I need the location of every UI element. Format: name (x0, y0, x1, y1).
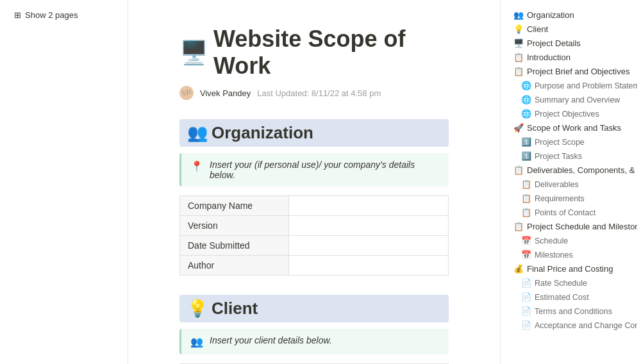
sidebar-client-label: Client (527, 24, 548, 34)
page-title: 🖥️ Website Scope of Work (179, 26, 449, 79)
client-section: 💡 Client 👥 Insert your client details be… (179, 295, 449, 364)
sidebar-project-brief-label: Project Brief and Objectives (527, 67, 629, 76)
client-callout: 👥 Insert your client details below. (179, 329, 449, 354)
left-panel: ⊞ Show 2 pages (0, 0, 128, 364)
sidebar-item-schedule-sub[interactable]: 📅 Schedule (504, 234, 637, 247)
sidebar-item-organization[interactable]: 👥 Organization (504, 8, 637, 22)
organization-heading-text: Organization (212, 123, 313, 143)
sidebar-item-final-price[interactable]: 💰 Final Price and Costing (504, 262, 637, 276)
sidebar-schedule-sub-icon: 📅 (521, 236, 531, 245)
sidebar-item-rate-schedule[interactable]: 📄 Rate Schedule (504, 276, 637, 290)
sidebar-item-deliverables[interactable]: 📋 Deliverables, Components, & R... (504, 163, 637, 177)
sidebar-project-scope-icon: 1️⃣ (521, 137, 531, 147)
sidebar-project-tasks-label: Project Tasks (535, 152, 582, 161)
sidebar-schedule-label: Project Schedule and Milestones (527, 222, 637, 231)
sidebar-item-client[interactable]: 💡 Client (504, 22, 637, 36)
sidebar-project-tasks-icon: 1️⃣ (521, 151, 531, 161)
sidebar-client-icon: 💡 (513, 24, 524, 34)
sidebar-item-summary[interactable]: 🌐 Summary and Overview (504, 93, 637, 106)
sidebar-requirements-icon: 📋 (521, 194, 531, 203)
sidebar-item-requirements[interactable]: 📋 Requirements (504, 192, 637, 205)
sidebar-item-scope-work[interactable]: 🚀 Scope of Work and Tasks (504, 121, 637, 135)
author-name[interactable]: Vivek Pandey (200, 88, 251, 98)
sidebar-item-project-brief[interactable]: 📋 Project Brief and Objectives (504, 65, 637, 78)
sidebar-schedule-sub-label: Schedule (535, 236, 568, 245)
organization-table: Company Name Version Date Submitted Auth… (179, 195, 449, 276)
sidebar-item-introduction[interactable]: 📋 Introduction (504, 51, 637, 64)
sidebar-item-estimated-cost[interactable]: 📄 Estimated Cost (504, 290, 637, 304)
pages-icon: ⊞ (14, 10, 21, 20)
sidebar-deliverables-label: Deliverables, Components, & R... (527, 165, 637, 175)
sidebar-objectives-icon: 🌐 (521, 109, 531, 119)
row-value[interactable] (289, 196, 449, 216)
sidebar-points-contact-icon: 📋 (521, 208, 531, 217)
page-title-text: Website Scope of Work (213, 26, 449, 79)
sidebar-item-project-tasks[interactable]: 1️⃣ Project Tasks (504, 149, 637, 163)
avatar: VP (179, 86, 194, 100)
sidebar-terms-icon: 📄 (521, 306, 531, 316)
sidebar-purpose-icon: 🌐 (521, 81, 531, 90)
row-label: Author (180, 256, 289, 276)
row-value[interactable] (289, 256, 449, 276)
sidebar-project-details-label: Project Details (527, 38, 581, 48)
sidebar-item-schedule[interactable]: 📋 Project Schedule and Milestones (504, 220, 637, 233)
client-emoji: 💡 (187, 299, 208, 318)
sidebar-item-terms[interactable]: 📄 Terms and Conditions (504, 304, 637, 318)
show-pages-button[interactable]: ⊞ Show 2 pages (10, 8, 81, 22)
table-row: Company Name (180, 196, 449, 216)
sidebar-estimated-cost-label: Estimated Cost (535, 293, 589, 302)
sidebar-summary-label: Summary and Overview (535, 95, 620, 104)
sidebar-organization-label: Organization (527, 10, 574, 20)
sidebar-purpose-label: Purpose and Problem Statem... (535, 81, 637, 90)
row-value[interactable] (289, 216, 449, 236)
page-title-emoji: 🖥️ (179, 39, 208, 66)
sidebar-requirements-label: Requirements (535, 194, 585, 203)
sidebar-deliverables-icon: 📋 (513, 165, 524, 175)
row-value[interactable] (289, 236, 449, 256)
row-label: Date Submitted (180, 236, 289, 256)
sidebar-final-price-label: Final Price and Costing (527, 264, 613, 274)
page-meta: VP Vivek Pandey Last Updated: 8/11/22 at… (179, 86, 449, 100)
sidebar-introduction-icon: 📋 (513, 53, 524, 62)
sidebar-terms-label: Terms and Conditions (535, 307, 612, 316)
sidebar-summary-icon: 🌐 (521, 95, 531, 104)
sidebar-scope-work-icon: 🚀 (513, 123, 524, 133)
sidebar-scope-work-label: Scope of Work and Tasks (527, 123, 621, 133)
sidebar-item-purpose[interactable]: 🌐 Purpose and Problem Statem... (504, 79, 637, 92)
right-sidebar: 👥 Organization 💡 Client 🖥️ Project Detai… (500, 0, 641, 364)
sidebar-item-acceptance[interactable]: 📄 Acceptance and Change Cont... (504, 318, 637, 332)
sidebar-item-project-details[interactable]: 🖥️ Project Details (504, 37, 637, 50)
callout-client-icon: 👥 (190, 336, 203, 348)
row-label: Company Name (180, 196, 289, 216)
sidebar-rate-schedule-label: Rate Schedule (535, 279, 587, 288)
row-label: Version (180, 216, 289, 236)
sidebar-organization-icon: 👥 (513, 10, 524, 20)
sidebar-acceptance-icon: 📄 (521, 320, 531, 330)
sidebar-milestones-label: Milestones (535, 251, 573, 260)
sidebar-item-deliverables-sub[interactable]: 📋 Deliverables (504, 178, 637, 191)
organization-emoji: 👥 (187, 123, 208, 143)
sidebar-deliverables-sub-icon: 📋 (521, 179, 531, 189)
callout-client-text: Insert your client details below. (210, 335, 332, 345)
table-row: Date Submitted (180, 236, 449, 256)
main-content: 🖥️ Website Scope of Work VP Vivek Pandey… (128, 0, 500, 364)
sidebar-item-project-scope[interactable]: 1️⃣ Project Scope (504, 135, 637, 149)
organization-section: 👥 Organization 📍 Insert your (if persona… (179, 119, 449, 276)
sidebar-schedule-icon: 📋 (513, 222, 524, 231)
sidebar-introduction-label: Introduction (527, 53, 570, 62)
sidebar-objectives-label: Project Objectives (535, 110, 599, 119)
organization-heading: 👥 Organization (179, 119, 449, 147)
table-row: Author (180, 256, 449, 276)
sidebar-item-points-contact[interactable]: 📋 Points of Contact (504, 206, 637, 219)
sidebar-acceptance-label: Acceptance and Change Cont... (535, 321, 637, 330)
sidebar-estimated-cost-icon: 📄 (521, 292, 531, 302)
table-row: Version (180, 216, 449, 236)
sidebar-milestones-icon: 📅 (521, 250, 531, 260)
sidebar-item-milestones[interactable]: 📅 Milestones (504, 248, 637, 261)
last-updated: Last Updated: 8/11/22 at 4:58 pm (257, 88, 381, 98)
sidebar-deliverables-sub-label: Deliverables (535, 180, 579, 189)
client-heading: 💡 Client (179, 295, 449, 322)
sidebar-final-price-icon: 💰 (513, 264, 524, 274)
organization-callout: 📍 Insert your (if personal use)/ your co… (179, 153, 449, 186)
sidebar-item-project-objectives[interactable]: 🌐 Project Objectives (504, 107, 637, 120)
